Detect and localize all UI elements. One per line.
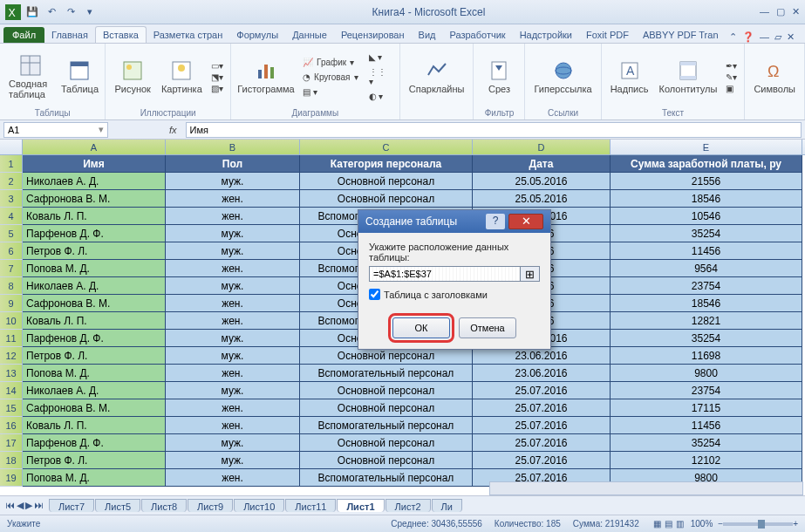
wordart-icon[interactable]: ✒▾	[726, 61, 737, 71]
data-cell[interactable]: муж.	[166, 452, 300, 469]
data-cell[interactable]: 25.05.2016	[473, 173, 611, 190]
data-cell[interactable]: жен.	[166, 399, 300, 417]
data-cell[interactable]: жен.	[166, 260, 300, 277]
fx-icon[interactable]: fx	[160, 125, 186, 135]
header-cell[interactable]: Имя	[23, 155, 166, 173]
data-cell[interactable]: 18546	[611, 190, 802, 208]
data-cell[interactable]: Попова М. Д.	[23, 260, 166, 277]
data-cell[interactable]: 25.07.2016	[473, 434, 611, 452]
data-cell[interactable]: 25.05.2016	[473, 190, 611, 208]
tab-addins[interactable]: Надстройки	[513, 27, 579, 43]
sparklines-button[interactable]: Спарклайны	[407, 58, 467, 96]
tab-data[interactable]: Данные	[285, 27, 334, 43]
data-cell[interactable]: Вспомогательный персонал	[300, 365, 473, 382]
data-cell[interactable]: 25.07.2016	[473, 399, 611, 417]
data-cell[interactable]: 35254	[611, 330, 802, 347]
data-cell[interactable]: 10546	[611, 208, 802, 225]
data-cell[interactable]: Вспомогательный персонал	[300, 469, 473, 487]
row-header[interactable]: 2	[0, 173, 23, 190]
data-cell[interactable]: Петров Ф. Л.	[23, 452, 166, 469]
sheet-tab[interactable]: Лист2	[385, 499, 431, 512]
undo-icon[interactable]: ↶	[44, 4, 59, 20]
clipart-button[interactable]: Картинка	[160, 58, 204, 96]
col-header-c[interactable]: C	[300, 140, 473, 154]
data-cell[interactable]: 23.06.2016	[473, 365, 611, 382]
sheet-tab[interactable]: Лист10	[234, 499, 284, 512]
shapes-icon[interactable]: ▭▾	[211, 61, 223, 71]
save-icon[interactable]: 💾	[24, 4, 40, 20]
screenshot-icon[interactable]: ▧▾	[211, 84, 223, 93]
tab-formulas[interactable]: Формулы	[229, 27, 285, 43]
data-cell[interactable]: 11698	[611, 347, 802, 365]
data-cell[interactable]: 11456	[611, 242, 802, 260]
data-cell[interactable]: Сафронова В. М.	[23, 190, 166, 208]
data-cell[interactable]: Парфенов Д. Ф.	[23, 434, 166, 452]
hyperlink-button[interactable]: Гиперссылка	[532, 58, 593, 96]
sheet-tab[interactable]: Ли	[432, 499, 462, 512]
data-cell[interactable]: Основной персонал	[300, 190, 473, 208]
header-cell[interactable]: Пол	[166, 155, 300, 173]
data-cell[interactable]: муж.	[166, 347, 300, 365]
table-button[interactable]: Таблица	[61, 58, 98, 96]
signature-icon[interactable]: ✎▾	[726, 72, 737, 82]
tab-pagelayout[interactable]: Разметка стран	[147, 27, 229, 43]
header-cell[interactable]: Сумма заработной платы, ру	[611, 155, 802, 173]
data-cell[interactable]: 35254	[611, 225, 802, 242]
maximize-icon[interactable]: ▢	[776, 6, 785, 17]
zoom-in-icon[interactable]: +	[793, 519, 798, 529]
tab-abbyy[interactable]: ABBYY PDF Tran	[636, 27, 726, 43]
data-cell[interactable]: Николаев А. Д.	[23, 382, 166, 399]
pie-chart-button[interactable]: ◔ Круговая ▾	[301, 71, 359, 84]
data-cell[interactable]: 25.07.2016	[473, 417, 611, 434]
dialog-titlebar[interactable]: Создание таблицы ? ✕	[358, 210, 550, 233]
data-cell[interactable]: Основной персонал	[300, 434, 473, 452]
data-cell[interactable]: жен.	[166, 312, 300, 330]
data-cell[interactable]: жен.	[166, 365, 300, 382]
data-cell[interactable]: Сафронова В. М.	[23, 295, 166, 312]
header-cell[interactable]: Категория персонала	[300, 155, 473, 173]
row-header[interactable]: 8	[0, 277, 23, 295]
sheet-last-icon[interactable]: ⏭	[34, 500, 44, 511]
data-cell[interactable]: 35254	[611, 434, 802, 452]
data-cell[interactable]: Попова М. Д.	[23, 365, 166, 382]
data-cell[interactable]: Петров Ф. Л.	[23, 242, 166, 260]
name-box[interactable]: A1▾	[3, 122, 108, 138]
row-header[interactable]: 16	[0, 417, 23, 434]
inner-min-icon[interactable]: —	[760, 31, 769, 43]
data-cell[interactable]: Коваль Л. П.	[23, 312, 166, 330]
minimize-icon[interactable]: —	[760, 6, 769, 17]
help-icon[interactable]: ❓	[742, 31, 754, 43]
data-cell[interactable]: 9800	[611, 365, 802, 382]
data-cell[interactable]: жен.	[166, 208, 300, 225]
tab-insert[interactable]: Вставка	[95, 26, 147, 43]
data-cell[interactable]: жен.	[166, 417, 300, 434]
data-cell[interactable]: муж.	[166, 242, 300, 260]
row-header[interactable]: 12	[0, 347, 23, 365]
data-cell[interactable]: Парфенов Д. Ф.	[23, 330, 166, 347]
tab-review[interactable]: Рецензирован	[334, 27, 412, 43]
data-cell[interactable]: 12102	[611, 452, 802, 469]
data-cell[interactable]: Основной персонал	[300, 399, 473, 417]
range-selector-icon[interactable]: ⊞	[521, 266, 540, 282]
cancel-button[interactable]: Отмена	[459, 317, 516, 338]
symbols-button[interactable]: ΩСимволы	[752, 58, 797, 96]
row-header[interactable]: 1	[0, 155, 23, 173]
dialog-close-icon[interactable]: ✕	[508, 214, 543, 229]
data-cell[interactable]: Основной персонал	[300, 173, 473, 190]
row-header[interactable]: 3	[0, 190, 23, 208]
dialog-help-icon[interactable]: ?	[486, 214, 505, 229]
header-cell[interactable]: Дата	[473, 155, 611, 173]
sheet-tab[interactable]: Лист5	[95, 499, 140, 512]
row-header[interactable]: 4	[0, 208, 23, 225]
sheet-first-icon[interactable]: ⏮	[5, 500, 15, 511]
select-all-corner[interactable]	[0, 140, 23, 154]
row-header[interactable]: 9	[0, 295, 23, 312]
sheet-tab[interactable]: Лист8	[141, 499, 187, 512]
bar-chart-button[interactable]: ▤ ▾	[301, 85, 359, 99]
data-cell[interactable]: 17115	[611, 399, 802, 417]
data-cell[interactable]: муж.	[166, 277, 300, 295]
view-pagebreak-icon[interactable]: ▥	[676, 519, 684, 529]
row-header[interactable]: 10	[0, 312, 23, 330]
horizontal-scrollbar[interactable]	[489, 481, 803, 495]
object-icon[interactable]: ▣	[726, 84, 737, 93]
